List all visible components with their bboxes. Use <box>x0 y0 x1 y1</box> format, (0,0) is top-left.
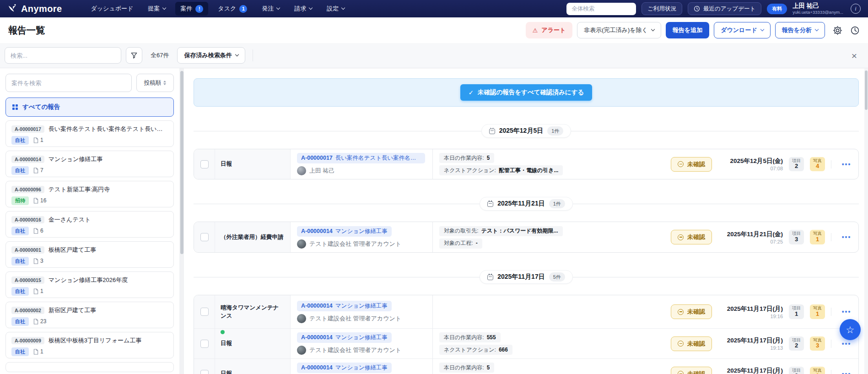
app-window: Anymore ダッシュボード 提案 案件! タスク1 発注 請求 設定 ご利用… <box>0 0 868 374</box>
status-unconfirmed-badge[interactable]: 未確認 <box>671 304 712 319</box>
history-clock-icon[interactable] <box>850 25 860 35</box>
sidebar-project-card[interactable]: A-00000001 板橋区戸建て工事 自社 3 <box>5 241 174 268</box>
project-report-count: 1 <box>33 348 43 355</box>
nav-item-orders[interactable]: 発注 <box>257 2 285 16</box>
user-menu[interactable]: 上田 祐己 yuki.ueta+33333@anym... <box>793 2 843 15</box>
row-menu-button[interactable]: ••• <box>837 161 856 168</box>
project-chip-link[interactable]: A-00000014マンション修繕工事 <box>297 301 392 311</box>
chevron-down-icon <box>309 6 313 10</box>
settings-gear-icon[interactable] <box>832 25 842 35</box>
nav-item-dashboard[interactable]: ダッシュボード <box>86 2 139 16</box>
row-menu-button[interactable]: ••• <box>837 340 856 347</box>
document-icon <box>33 137 38 143</box>
analyze-reports-button[interactable]: 報告を分析 <box>775 22 825 38</box>
info-icon[interactable]: i <box>851 4 861 14</box>
project-type-badge: 自社 <box>11 347 29 356</box>
project-report-count: 7 <box>33 167 43 173</box>
report-date: 2025年11月17日(月) <box>727 367 783 374</box>
project-id-badge: A-00000014 <box>11 156 44 163</box>
row-menu-button[interactable]: ••• <box>837 370 856 374</box>
sidebar-project-card[interactable]: A-00000017 長い案件名テスト長い案件名テスト長い案件... 自社 1 <box>5 120 174 147</box>
row-checkbox[interactable] <box>200 370 209 374</box>
status-unconfirmed-badge[interactable]: 未確認 <box>671 230 712 244</box>
report-type-label: 晴海タワマンメンテナンス <box>221 304 285 320</box>
report-field: 対象の取引先:テスト：パスワード有効期限... <box>439 226 563 236</box>
filter-funnel-button[interactable] <box>126 47 142 64</box>
app-logo[interactable]: Anymore <box>7 4 62 14</box>
project-name: 長い案件名テスト長い案件名テスト長い案件... <box>49 125 168 133</box>
project-id: A-00000017 <box>301 155 333 161</box>
status-unconfirmed-badge[interactable]: 未確認 <box>671 157 712 172</box>
favorite-fab-button[interactable]: ☆ <box>840 319 861 340</box>
sidebar-project-card[interactable]: A-00000014 マンション修繕工事 自社 7 <box>5 151 174 177</box>
alert-button[interactable]: ⚠ アラート <box>526 22 573 38</box>
row-checkbox[interactable] <box>200 308 209 316</box>
chevron-down-icon <box>235 53 239 56</box>
document-icon <box>33 168 38 173</box>
divider <box>253 49 253 61</box>
sort-order-dropdown[interactable]: 投稿順 <box>136 74 174 92</box>
items-count-badge: 項目3 <box>789 230 804 244</box>
author-name: テスト建設会社 管理者アカウント <box>309 240 401 248</box>
report-fields-cell: 対象の取引先:テスト：パスワード有効期限...対象の工程:- <box>432 222 666 252</box>
sidebar-project-card[interactable]: A-00000016 金一さんテスト 自社 6 <box>5 211 174 238</box>
sidebar-item-all-reports[interactable]: すべての報告 <box>5 98 174 117</box>
project-chip-link[interactable]: A-00000014マンション修繕工事 <box>297 363 392 373</box>
row-menu-button[interactable]: ••• <box>837 308 856 315</box>
recent-updates-button[interactable]: 最近のアップデート <box>688 2 761 15</box>
document-icon <box>33 319 38 325</box>
visibility-filter-dropdown[interactable]: 非表示(完工済み)を除く <box>577 22 661 38</box>
project-name: 金一さんテスト <box>49 216 91 224</box>
report-row-meta: 未確認 2025年11月17日(月) 19:16 項目1 写真1 ••• <box>666 304 858 319</box>
project-search-input[interactable] <box>5 74 132 92</box>
status-unconfirmed-badge[interactable]: 未確認 <box>671 367 712 374</box>
row-menu-button[interactable]: ••• <box>837 233 856 241</box>
page-title: 報告一覧 <box>8 24 45 37</box>
project-name: 新宿区戸建て工事 <box>49 306 96 314</box>
nav-item-projects[interactable]: 案件! <box>175 2 208 16</box>
scrollbar-thumb[interactable] <box>865 70 868 110</box>
project-id-badge: A-00000017 <box>11 125 44 133</box>
close-icon[interactable]: × <box>850 51 859 60</box>
chevron-down-icon <box>760 27 764 31</box>
report-type-cell: （外注業者用）経費申請 <box>215 222 291 252</box>
sidebar-project-card[interactable]: A-00000015 マンション修繕工事2026年度 自社 1 <box>5 271 174 298</box>
sort-icon <box>163 81 166 85</box>
nav-item-billing[interactable]: 請求 <box>289 2 317 16</box>
calendar-icon <box>487 275 493 280</box>
project-chip-link[interactable]: A-00000014マンション修繕工事 <box>297 332 392 343</box>
report-group: 晴海タワマンメンテナンス A-00000014マンション修繕工事 テスト建設会社… <box>194 295 859 374</box>
chevron-down-icon <box>341 6 345 10</box>
author-name: 上田 祐己 <box>309 167 335 175</box>
download-button[interactable]: ダウンロード <box>714 22 771 38</box>
nav-item-tasks[interactable]: タスク1 <box>213 2 252 16</box>
sidebar-project-card[interactable]: A-00000009 板橋区中板橋3丁目リフォーム工事 自社 1 <box>5 332 174 358</box>
photos-count-badge: 写真4 <box>810 157 825 172</box>
row-checkbox[interactable] <box>200 233 209 241</box>
row-checkbox[interactable] <box>200 160 209 168</box>
report-search-input[interactable] <box>5 47 121 64</box>
calendar-icon <box>487 201 493 207</box>
report-fields-cell: 本日の作業内容:555ネクストアクション:666 <box>432 329 666 358</box>
add-report-button[interactable]: 報告を追加 <box>666 22 709 38</box>
sidebar-project-card[interactable]: A-00000096 テスト新築工事:高円寺 招待 16 <box>5 181 174 207</box>
warning-triangle-icon: ⚠ <box>533 27 538 34</box>
global-search-input[interactable] <box>566 3 636 15</box>
document-icon <box>33 349 38 355</box>
report-project-cell: A-00000014マンション修繕工事 テスト建設会社 管理者アカウント <box>291 359 432 374</box>
row-checkbox[interactable] <box>200 340 209 348</box>
scrollbar-thumb[interactable] <box>180 71 183 254</box>
saved-search-dropdown[interactable]: 保存済み検索条件 <box>177 47 245 64</box>
status-unconfirmed-badge[interactable]: 未確認 <box>671 336 712 351</box>
project-name: テスト新築工事:高円寺 <box>49 185 110 194</box>
sidebar-project-card[interactable] <box>5 362 174 372</box>
confirm-all-button[interactable]: ✓ 未確認の報告をすべて確認済みにする <box>460 84 593 101</box>
project-name: マンション修繕工事 <box>335 364 388 371</box>
project-chip-link[interactable]: A-00000014マンション修繕工事 <box>297 226 392 237</box>
usage-status-button[interactable]: ご利用状況 <box>642 2 682 15</box>
nav-item-settings[interactable]: 設定 <box>322 2 350 16</box>
sidebar-project-card[interactable]: A-00000002 新宿区戸建て工事 自社 23 <box>5 302 174 328</box>
nav-item-proposal[interactable]: 提案 <box>143 2 171 16</box>
project-chip-link[interactable]: A-00000017長い案件名テスト長い案件名テス... <box>297 153 425 163</box>
project-type-badge: 自社 <box>11 317 29 326</box>
